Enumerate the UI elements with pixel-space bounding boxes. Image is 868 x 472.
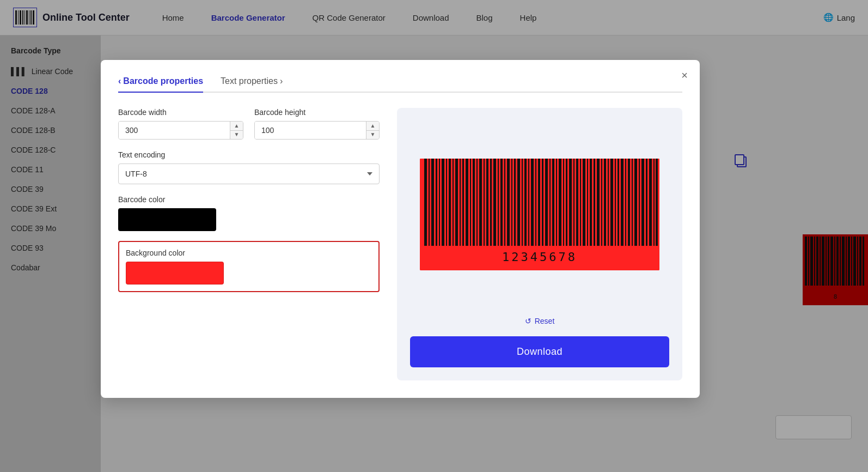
svg-rect-44 (453, 159, 454, 246)
svg-rect-63 (517, 159, 520, 246)
close-button[interactable]: × (681, 70, 688, 81)
encoding-label: Text encoding (118, 150, 380, 159)
barcode-height-input[interactable] (255, 122, 366, 139)
encoding-field: Text encoding UTF-8 ASCII ISO-8859-1 (118, 150, 380, 184)
svg-rect-92 (618, 159, 619, 246)
svg-rect-80 (576, 159, 578, 246)
bg-color-label: Background color (126, 249, 372, 257)
svg-rect-41 (442, 159, 444, 246)
svg-rect-52 (479, 159, 482, 246)
svg-rect-94 (625, 159, 626, 246)
svg-rect-98 (639, 159, 640, 246)
barcode-preview-area: 12345678 (410, 121, 669, 308)
barcode-width-input-wrap: ▲ ▼ (118, 121, 243, 140)
barcode-width-spinner: ▲ ▼ (230, 122, 243, 139)
svg-rect-38 (431, 159, 434, 246)
svg-rect-42 (446, 159, 447, 246)
svg-rect-60 (507, 159, 510, 246)
modal-right-panel: 12345678 ↺ Reset Download (397, 108, 682, 380)
svg-rect-78 (569, 159, 572, 246)
svg-rect-45 (455, 159, 458, 246)
svg-rect-84 (590, 159, 592, 246)
barcode-number: 12345678 (420, 246, 659, 270)
svg-rect-62 (514, 159, 516, 246)
reset-icon: ↺ (525, 317, 531, 325)
svg-rect-103 (656, 159, 658, 246)
barcode-color-swatch[interactable] (118, 208, 216, 231)
svg-rect-43 (449, 159, 451, 246)
bg-color-swatch[interactable] (126, 262, 224, 285)
svg-rect-88 (604, 159, 606, 246)
svg-rect-50 (473, 159, 475, 246)
barcode-width-label: Barcode width (118, 108, 243, 117)
barcode-width-down[interactable]: ▼ (230, 131, 243, 140)
svg-rect-51 (476, 159, 478, 246)
svg-rect-64 (522, 159, 523, 246)
barcode-width-up[interactable]: ▲ (230, 122, 243, 131)
barcode-height-down[interactable]: ▼ (366, 131, 379, 140)
svg-rect-85 (594, 159, 595, 246)
svg-rect-36 (424, 159, 427, 246)
barcode-height-label: Barcode height (254, 108, 380, 117)
svg-rect-95 (628, 159, 630, 246)
barcode-height-field: Barcode height ▲ ▼ (254, 108, 380, 140)
svg-rect-90 (610, 159, 613, 246)
svg-rect-87 (601, 159, 602, 246)
svg-rect-46 (460, 159, 461, 246)
svg-rect-40 (439, 159, 440, 246)
bg-color-section: Background color (118, 241, 380, 292)
dimensions-group: Barcode width ▲ ▼ Barcode height (118, 108, 380, 140)
download-button[interactable]: Download (410, 336, 669, 367)
barcode-height-spinner: ▲ ▼ (366, 122, 379, 139)
reset-button[interactable]: ↺ Reset (525, 317, 555, 325)
modal-body: Barcode width ▲ ▼ Barcode height (118, 108, 682, 380)
svg-rect-54 (486, 159, 488, 246)
modal-dialog: × ‹ Barcode properties Text properties ›… (101, 60, 700, 398)
barcode-height-up[interactable]: ▲ (366, 122, 379, 131)
barcode-width-field: Barcode width ▲ ▼ (118, 108, 243, 140)
svg-rect-67 (531, 159, 534, 246)
svg-rect-97 (634, 159, 637, 246)
svg-rect-56 (493, 159, 496, 246)
svg-rect-79 (573, 159, 574, 246)
svg-rect-55 (490, 159, 492, 246)
barcode-width-input[interactable] (119, 122, 230, 139)
svg-rect-65 (524, 159, 527, 246)
svg-rect-72 (549, 159, 551, 246)
svg-rect-49 (470, 159, 471, 246)
svg-rect-47 (462, 159, 464, 246)
svg-rect-48 (466, 159, 468, 246)
svg-rect-66 (528, 159, 529, 246)
encoding-select[interactable]: UTF-8 ASCII ISO-8859-1 (118, 164, 380, 184)
svg-rect-61 (511, 159, 512, 246)
svg-rect-74 (556, 159, 557, 246)
tab-back-arrow: ‹ (118, 76, 121, 86)
svg-rect-96 (632, 159, 633, 246)
svg-rect-93 (621, 159, 624, 246)
svg-rect-99 (641, 159, 644, 246)
svg-rect-91 (615, 159, 616, 246)
modal-left-panel: Barcode width ▲ ▼ Barcode height (118, 108, 380, 380)
svg-rect-39 (436, 159, 437, 246)
tab-text-properties[interactable]: Text properties › (221, 76, 283, 93)
svg-rect-58 (500, 159, 503, 246)
svg-rect-37 (429, 159, 430, 246)
svg-rect-53 (484, 159, 485, 246)
modal-tabs: ‹ Barcode properties Text properties › (118, 76, 682, 93)
barcode-height-input-wrap: ▲ ▼ (254, 121, 380, 140)
svg-rect-59 (504, 159, 505, 246)
svg-rect-77 (566, 159, 567, 246)
svg-rect-89 (608, 159, 609, 246)
svg-rect-76 (563, 159, 564, 246)
barcode-color-section: Barcode color (118, 195, 380, 231)
svg-rect-57 (498, 159, 499, 246)
svg-rect-71 (545, 159, 548, 246)
barcode-color-label: Barcode color (118, 195, 380, 204)
barcode-image: 12345678 (420, 159, 659, 270)
svg-rect-73 (552, 159, 554, 246)
tab-forward-arrow: › (280, 76, 283, 86)
svg-rect-101 (649, 159, 652, 246)
tab-barcode-properties[interactable]: ‹ Barcode properties (118, 76, 203, 93)
svg-rect-81 (580, 159, 581, 246)
svg-rect-70 (542, 159, 543, 246)
